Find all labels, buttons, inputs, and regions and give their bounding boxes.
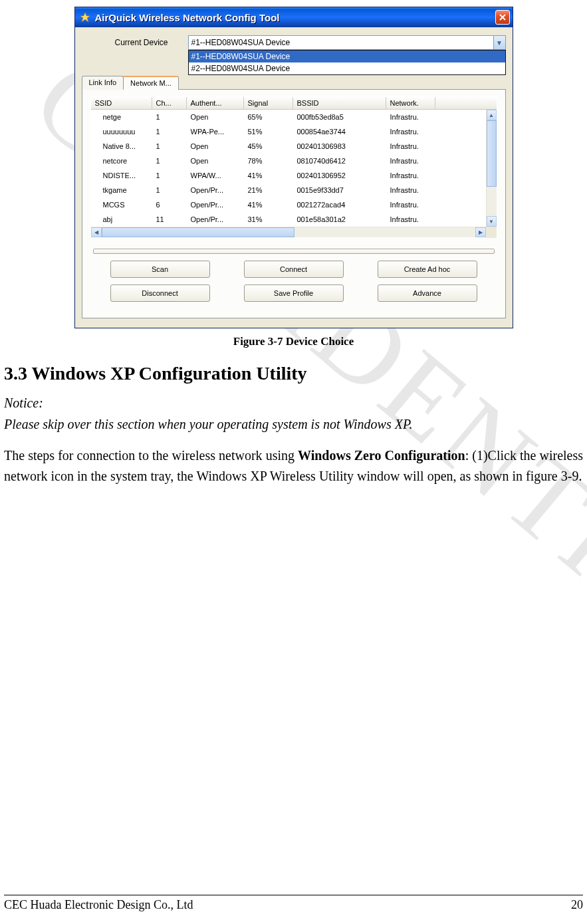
app-window: AirQuick Wireless Network Config Tool Cu… xyxy=(74,7,513,328)
device-dropdown-list: #1--HED08W04SUA Device #2--HED08W04SUA D… xyxy=(188,50,506,75)
cell: 11 xyxy=(152,215,187,223)
device-selected-value: #1--HED08W04SUA Device xyxy=(191,38,493,47)
grid-header-row: SSID Ch... Authent... Signal BSSID Netwo… xyxy=(91,97,497,110)
scroll-down-icon[interactable]: ▼ xyxy=(487,216,497,227)
col-auth[interactable]: Authent... xyxy=(187,97,244,109)
cell: WPA/W... xyxy=(187,172,244,179)
col-network[interactable]: Network. xyxy=(386,97,435,109)
status-groove xyxy=(93,249,495,254)
cell: 31% xyxy=(244,215,293,223)
col-bssid[interactable]: BSSID xyxy=(293,97,386,109)
cell: Infrastru. xyxy=(386,128,435,136)
scroll-left-icon[interactable]: ◀ xyxy=(91,227,102,237)
notice-text: Please skip over this section when your … xyxy=(4,415,583,433)
cell: 1 xyxy=(152,186,187,194)
cell: WPA-Pe... xyxy=(187,128,244,136)
table-row[interactable]: tkgame1Open/Pr...21%0015e9f33dd7Infrastr… xyxy=(91,183,497,197)
table-row[interactable]: NDISTE...1WPA/W...41%002401306952Infrast… xyxy=(91,168,497,183)
current-device-label: Current Device xyxy=(95,38,188,47)
cell: Infrastru. xyxy=(386,172,435,179)
cell: Infrastru. xyxy=(386,157,435,165)
disconnect-button[interactable]: Disconnect xyxy=(110,285,210,302)
cell: Open/Pr... xyxy=(187,186,244,194)
cell: 000fb53ed8a5 xyxy=(293,113,386,121)
cell: 1 xyxy=(152,113,187,121)
cell: NDISTE... xyxy=(91,172,152,179)
cell: Open xyxy=(187,157,244,165)
table-row[interactable]: Native 8...1Open45%002401306983Infrastru… xyxy=(91,139,497,154)
cell: 1 xyxy=(152,157,187,165)
title-bar: AirQuick Wireless Network Config Tool xyxy=(75,7,513,27)
tab-link-info[interactable]: Link Info xyxy=(82,76,124,90)
cell: tkgame xyxy=(91,186,152,194)
cell: 0021272acad4 xyxy=(293,201,386,209)
cell: Infrastru. xyxy=(386,201,435,209)
network-grid: SSID Ch... Authent... Signal BSSID Netwo… xyxy=(90,96,497,238)
grid-body: netge1Open65%000fb53ed8a5Infrastru.uuuuu… xyxy=(91,110,497,227)
cell: uuuuuuuu xyxy=(91,128,152,136)
svg-marker-0 xyxy=(80,13,90,22)
cell: 0810740d6412 xyxy=(293,157,386,165)
device-option-1[interactable]: #1--HED08W04SUA Device xyxy=(189,51,505,62)
table-row[interactable]: abj11Open/Pr...31%001e58a301a2Infrastru. xyxy=(91,212,497,227)
cell: 78% xyxy=(244,157,293,165)
cell: 1 xyxy=(152,128,187,136)
page-footer: CEC Huada Electronic Design Co., Ltd 20 xyxy=(4,895,583,912)
horizontal-scrollbar[interactable]: ◀ ▶ xyxy=(91,227,497,237)
cell: 41% xyxy=(244,201,293,209)
cell: Infrastru. xyxy=(386,142,435,150)
cell: Open/Pr... xyxy=(187,201,244,209)
table-row[interactable]: netcore1Open78%0810740d6412Infrastru. xyxy=(91,154,497,168)
cell: Open xyxy=(187,113,244,121)
close-button[interactable] xyxy=(495,10,510,25)
cell: 1 xyxy=(152,142,187,150)
scan-button[interactable]: Scan xyxy=(110,261,210,278)
footer-page-number: 20 xyxy=(571,898,583,912)
horizontal-scroll-thumb[interactable] xyxy=(102,227,294,237)
body-text-bold: Windows Zero Configuration xyxy=(298,448,465,463)
col-ssid[interactable]: SSID xyxy=(91,97,152,109)
section-heading: 3.3 Windows XP Configuration Utility xyxy=(4,363,583,384)
close-icon xyxy=(499,14,506,21)
tab-network[interactable]: Network M... xyxy=(123,76,179,90)
cell: 0015e9f33dd7 xyxy=(293,186,386,194)
cell: 41% xyxy=(244,172,293,179)
device-option-2[interactable]: #2--HED08W04SUA Device xyxy=(189,62,505,74)
col-channel[interactable]: Ch... xyxy=(152,97,187,109)
cell: 002401306983 xyxy=(293,142,386,150)
scroll-up-icon[interactable]: ▲ xyxy=(487,110,497,120)
create-adhoc-button[interactable]: Create Ad hoc xyxy=(378,261,477,278)
cell: 45% xyxy=(244,142,293,150)
footer-company: CEC Huada Electronic Design Co., Ltd xyxy=(4,898,193,912)
cell: Infrastru. xyxy=(386,215,435,223)
scroll-right-icon[interactable]: ▶ xyxy=(475,227,486,237)
table-row[interactable]: MCGS6Open/Pr...41%0021272acad4Infrastru. xyxy=(91,197,497,212)
col-signal[interactable]: Signal xyxy=(244,97,293,109)
device-combobox[interactable]: #1--HED08W04SUA Device ▼ xyxy=(188,35,506,50)
cell: 002401306952 xyxy=(293,172,386,179)
cell: 6 xyxy=(152,201,187,209)
window-title: AirQuick Wireless Network Config Tool xyxy=(95,12,495,23)
table-row[interactable]: netge1Open65%000fb53ed8a5Infrastru. xyxy=(91,110,497,124)
cell: Infrastru. xyxy=(386,113,435,121)
tab-panel: SSID Ch... Authent... Signal BSSID Netwo… xyxy=(82,89,506,318)
table-row[interactable]: uuuuuuuu1WPA-Pe...51%000854ae3744Infrast… xyxy=(91,124,497,139)
cell: Open/Pr... xyxy=(187,215,244,223)
cell: netcore xyxy=(91,157,152,165)
connect-button[interactable]: Connect xyxy=(244,261,344,278)
figure-caption: Figure 3-7 Device Choice xyxy=(4,335,583,348)
save-profile-button[interactable]: Save Profile xyxy=(244,285,344,302)
cell: MCGS xyxy=(91,201,152,209)
cell: netge xyxy=(91,113,152,121)
cell: 1 xyxy=(152,172,187,179)
body-text-1a: The steps for connection to the wireless… xyxy=(4,448,298,463)
cell: Infrastru. xyxy=(386,186,435,194)
vertical-scroll-thumb[interactable] xyxy=(487,120,497,187)
vertical-scrollbar[interactable]: ▲ ▼ xyxy=(486,110,497,227)
scroll-corner xyxy=(486,227,497,238)
cell: 000854ae3744 xyxy=(293,128,386,136)
advance-button[interactable]: Advance xyxy=(378,285,477,302)
cell: 65% xyxy=(244,113,293,121)
app-icon xyxy=(79,11,91,23)
cell: 001e58a301a2 xyxy=(293,215,386,223)
